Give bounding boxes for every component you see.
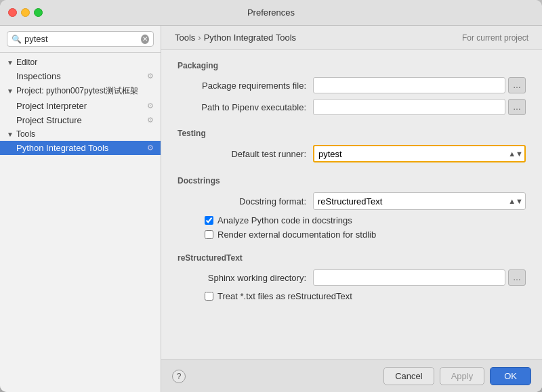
main-header: Tools › Python Integrated Tools For curr… [161, 26, 542, 50]
project-structure-icon: ⚙ [147, 116, 154, 125]
restructured-text-section: reStructuredText Sphinx working director… [178, 253, 526, 301]
pipenv-browse-button[interactable]: … [508, 99, 526, 115]
package-req-input[interactable] [313, 77, 505, 93]
sphinx-browse-button[interactable]: … [508, 269, 526, 286]
docstring-format-control: reStructuredText Google NumPy ▲▼ [313, 192, 526, 210]
docstring-format-dropdown-wrap: reStructuredText Google NumPy ▲▼ [313, 192, 526, 210]
sphinx-control: … [313, 269, 526, 286]
window-title: Preferences [247, 7, 295, 18]
sphinx-row: Sphinx working directory: … [178, 269, 526, 286]
restructured-text-title: reStructuredText [178, 253, 526, 263]
default-runner-row: Default test runner: pytest Unittests No… [178, 145, 526, 162]
help-button[interactable]: ? [172, 370, 186, 383]
testing-section: Testing Default test runner: pytest Unit… [178, 129, 526, 162]
sidebar-group-project: ▼ Project: python007pytest测试框架 [0, 83, 161, 99]
pipenv-row: Path to Pipenv executable: … [178, 99, 526, 115]
sidebar-tree: ▼ Editor Inspections ⚙ ▼ Project: python… [0, 53, 161, 392]
treat-label: Treat *.txt files as reStructuredText [217, 291, 352, 301]
render-label: Render external documentation for stdlib [217, 230, 376, 240]
maximize-button[interactable] [34, 8, 43, 17]
minimize-button[interactable] [21, 8, 30, 17]
search-box: 🔍 ✕ [0, 26, 161, 53]
analyze-checkbox[interactable] [205, 216, 213, 225]
package-req-browse-button[interactable]: … [508, 77, 526, 93]
package-req-control: … [313, 77, 526, 93]
default-runner-label: Default test runner: [191, 149, 313, 159]
sidebar-item-project-structure[interactable]: Project Structure ⚙ [0, 113, 161, 127]
analyze-checkbox-row: Analyze Python code in docstrings [178, 215, 526, 225]
sidebar-group-tools: ▼ Tools [0, 127, 161, 141]
inspections-icon: ⚙ [147, 72, 154, 81]
preferences-window: Preferences 🔍 ✕ ▼ Editor Inspections [0, 0, 542, 392]
sphinx-label: Sphinx working directory: [191, 273, 313, 283]
search-input[interactable] [24, 34, 138, 44]
python-tools-icon: ⚙ [147, 144, 154, 152]
sidebar-item-project-interpreter[interactable]: Project Interpreter ⚙ [0, 99, 161, 113]
docstrings-title: Docstrings [178, 176, 526, 186]
main-content-area: 🔍 ✕ ▼ Editor Inspections ⚙ ▼ Pro [0, 26, 542, 392]
packaging-section: Packaging Package requirements file: … P… [178, 61, 526, 115]
project-interpreter-icon: ⚙ [147, 102, 154, 110]
footer: ? Cancel Apply OK [161, 360, 542, 392]
cancel-button[interactable]: Cancel [383, 367, 434, 385]
search-input-wrap: 🔍 ✕ [7, 31, 154, 47]
default-runner-control: pytest Unittests Nosetests py.test ▲▼ [313, 145, 526, 162]
sphinx-input[interactable] [313, 269, 505, 286]
settings-content: Packaging Package requirements file: … P… [161, 50, 542, 360]
default-runner-select[interactable]: pytest Unittests Nosetests py.test [313, 145, 526, 162]
pipenv-control: … [313, 99, 526, 115]
sidebar-group-editor: ▼ Editor [0, 56, 161, 69]
breadcrumb: Tools › Python Integrated Tools [175, 32, 296, 43]
package-req-row: Package requirements file: … [178, 77, 526, 93]
render-checkbox[interactable] [205, 230, 213, 239]
analyze-label: Analyze Python code in docstrings [217, 215, 352, 225]
docstring-format-label: Docstring format: [191, 196, 313, 206]
traffic-lights [8, 8, 43, 17]
close-button[interactable] [8, 8, 17, 17]
docstring-format-row: Docstring format: reStructuredText Googl… [178, 192, 526, 210]
render-checkbox-row: Render external documentation for stdlib [178, 230, 526, 240]
docstrings-section: Docstrings Docstring format: reStructure… [178, 176, 526, 240]
sidebar-item-inspections[interactable]: Inspections ⚙ [0, 69, 161, 83]
treat-checkbox[interactable] [205, 292, 213, 301]
docstring-format-select[interactable]: reStructuredText Google NumPy [313, 192, 526, 210]
search-icon: 🔍 [12, 35, 22, 44]
package-req-label: Package requirements file: [191, 81, 313, 91]
main-panel: Tools › Python Integrated Tools For curr… [161, 26, 542, 392]
for-current-project-label: For current project [462, 33, 528, 43]
title-bar: Preferences [0, 0, 542, 26]
testing-title: Testing [178, 129, 526, 138]
sidebar: 🔍 ✕ ▼ Editor Inspections ⚙ ▼ Pro [0, 26, 161, 392]
pipenv-label: Path to Pipenv executable: [191, 102, 313, 112]
clear-search-button[interactable]: ✕ [141, 35, 149, 44]
pipenv-input[interactable] [313, 99, 505, 115]
footer-right: Cancel Apply OK [383, 367, 531, 385]
packaging-title: Packaging [178, 61, 526, 70]
apply-button[interactable]: Apply [440, 367, 485, 385]
footer-left: ? [172, 370, 186, 383]
sidebar-item-python-integrated-tools[interactable]: Python Integrated Tools ⚙ [0, 141, 161, 155]
default-runner-dropdown-wrap: pytest Unittests Nosetests py.test ▲▼ [313, 145, 526, 162]
treat-checkbox-row: Treat *.txt files as reStructuredText [178, 291, 526, 301]
ok-button[interactable]: OK [490, 367, 531, 385]
